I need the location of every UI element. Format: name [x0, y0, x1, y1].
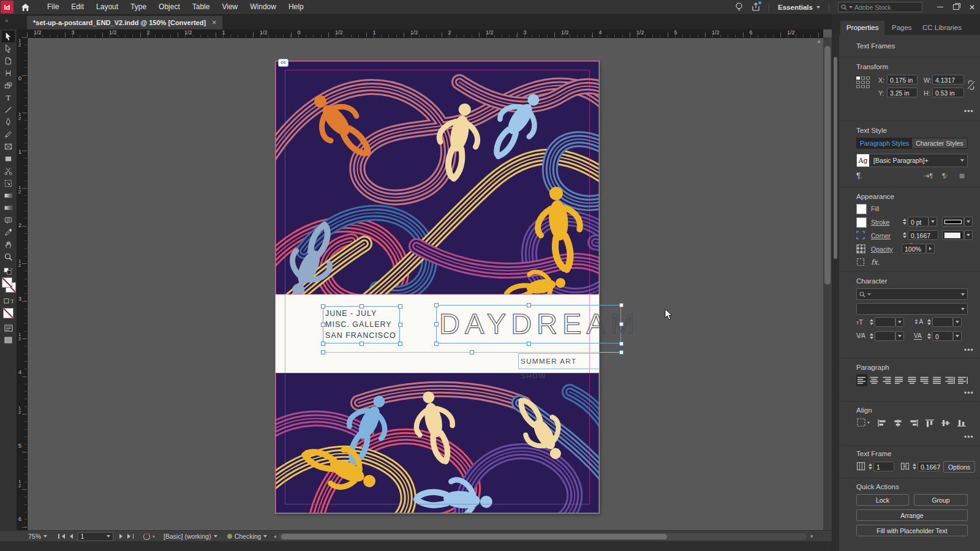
corner-size-stepper[interactable] [902, 230, 907, 240]
type-tool[interactable]: T [2, 92, 15, 103]
restore-button[interactable] [953, 4, 959, 10]
columns-stepper[interactable] [867, 462, 873, 471]
effects-fx-icon[interactable]: fx. [871, 258, 880, 266]
corner-shape-dropdown[interactable] [964, 230, 973, 240]
leading-stepper[interactable] [926, 317, 932, 327]
font-style-select[interactable] [856, 303, 968, 315]
stroke-weight-dropdown[interactable] [929, 217, 937, 227]
selection-handle[interactable] [434, 342, 439, 346]
direct-selection-tool[interactable] [2, 43, 15, 54]
scroll-down-icon[interactable]: ▾ [810, 533, 813, 539]
tab-properties[interactable]: Properties [840, 21, 884, 35]
next-page-button[interactable] [119, 534, 123, 539]
stroke-style-preview[interactable] [942, 217, 964, 227]
paragraph-align-toward-spine-button[interactable] [944, 374, 956, 386]
fill-swatch-none[interactable] [856, 204, 867, 214]
tab-cc-libraries[interactable]: CC Libraries [916, 21, 968, 35]
free-transform-tool[interactable] [2, 178, 15, 189]
menu-help[interactable]: Help [282, 0, 310, 14]
rectangle-tool[interactable] [2, 153, 15, 165]
columns-field[interactable]: 1 [873, 462, 894, 471]
align-horizontal-centers-button[interactable] [892, 417, 904, 429]
opacity-expand-button[interactable] [926, 244, 935, 253]
text-frame-subtitle[interactable]: SUMMER ART SHOW [518, 353, 600, 369]
selection-handle[interactable] [619, 303, 624, 307]
default-fill-stroke-icon[interactable] [2, 266, 15, 277]
paragraph-align-away-from-spine-button[interactable] [957, 374, 968, 386]
stroke-weight-stepper[interactable] [902, 217, 907, 227]
home-icon[interactable] [21, 3, 30, 12]
stroke-swatch-none[interactable] [856, 217, 867, 228]
selection-handle[interactable] [398, 304, 402, 309]
font-size-dropdown[interactable] [895, 317, 904, 327]
vertical-ruler[interactable]: 120121122123124125126 [17, 37, 28, 530]
horizontal-scrollbar-thumb[interactable] [281, 534, 667, 539]
tab-pages[interactable]: Pages [886, 21, 918, 35]
y-position-field[interactable]: 3.25 in [887, 88, 918, 97]
corner-link[interactable]: Corner [871, 232, 891, 239]
x-position-field[interactable]: 0.175 in [887, 75, 918, 84]
selection-handle[interactable] [321, 323, 325, 327]
selection-handle[interactable] [470, 350, 474, 354]
character-more-options[interactable]: ••• [964, 346, 974, 354]
eyedropper-tool[interactable] [2, 227, 15, 238]
paragraph-justify-left-button[interactable] [894, 374, 905, 386]
ruler-origin-corner[interactable] [17, 29, 28, 38]
document-tab[interactable]: *set-up-a-postcard_END_V2.indd @ 150% [C… [27, 16, 222, 29]
panel-scrollbar-thumb[interactable] [834, 57, 837, 259]
first-page-button[interactable] [58, 534, 65, 539]
vertical-scrollbar-thumb[interactable] [824, 46, 831, 285]
paragraph-align-center-button[interactable] [869, 374, 880, 386]
height-field[interactable]: 0.53 in [932, 88, 964, 97]
formatting-affects-toggle[interactable]: T [2, 295, 15, 307]
selection-handle[interactable] [527, 303, 531, 307]
cc-link-badge-icon[interactable]: cc [278, 59, 288, 67]
postcard-page[interactable]: cc JUNE - JULY MISC. GALLERY SAN FRANCIS… [276, 61, 599, 513]
redefine-style-icon[interactable]: ⇥¶ [924, 172, 933, 180]
pencil-tool[interactable] [2, 129, 15, 140]
last-page-button[interactable] [127, 534, 134, 539]
preflight-icon[interactable]: ▾ [143, 533, 155, 540]
preflight-profile-select[interactable]: [Basic] (working) [164, 533, 217, 540]
selection-handle[interactable] [434, 322, 439, 326]
paragraph-justify-right-button[interactable] [919, 374, 930, 386]
text-frame-options-button[interactable]: Options [943, 461, 975, 473]
close-tab-icon[interactable]: × [212, 18, 216, 27]
group-button[interactable]: Group [914, 494, 968, 506]
align-vertical-centers-button[interactable] [940, 417, 952, 429]
selection-handle[interactable] [434, 303, 439, 307]
font-family-search-select[interactable] [856, 288, 968, 300]
stroke-style-dropdown[interactable] [964, 217, 973, 227]
postcard-artwork[interactable] [276, 61, 599, 513]
paragraph-align-right-button[interactable] [881, 374, 892, 386]
selection-handle[interactable] [398, 323, 402, 327]
scissors-tool[interactable] [2, 165, 15, 177]
align-more-options[interactable]: ••• [964, 433, 974, 441]
vertical-scrollbar[interactable] [823, 37, 832, 530]
kerning-stepper[interactable] [869, 331, 874, 341]
fill-color-swatch[interactable] [2, 277, 12, 288]
horizontal-scrollbar[interactable] [279, 533, 807, 540]
width-field[interactable]: 4.1317 in [932, 75, 964, 84]
gradient-feather-tool[interactable] [2, 202, 15, 214]
opacity-link[interactable]: Opacity [871, 246, 893, 253]
screen-mode-icon[interactable] [2, 334, 15, 346]
pen-tool[interactable] [2, 116, 15, 128]
selection-tool[interactable] [2, 31, 15, 42]
selection-handle[interactable] [360, 342, 364, 346]
tracking-stepper[interactable] [926, 331, 932, 341]
text-frame-dates[interactable]: JUNE - JULY MISC. GALLERY SAN FRANCISCO [323, 306, 400, 343]
font-size-field[interactable] [875, 317, 895, 327]
constrain-proportions-icon[interactable] [967, 79, 975, 94]
selection-handle[interactable] [321, 304, 325, 309]
character-styles-tab[interactable]: Character Styles [912, 138, 967, 148]
menu-object[interactable]: Object [153, 0, 186, 14]
selection-handle[interactable] [619, 350, 624, 354]
tracking-field[interactable]: 0 [932, 331, 953, 341]
corner-options-icon[interactable] [856, 231, 865, 242]
selection-handle[interactable] [527, 342, 531, 346]
menu-type[interactable]: Type [124, 0, 153, 14]
object-style-icon[interactable] [856, 258, 865, 269]
line-tool[interactable] [2, 104, 15, 116]
adobe-stock-search-input[interactable]: Adobe Stock [838, 2, 922, 12]
